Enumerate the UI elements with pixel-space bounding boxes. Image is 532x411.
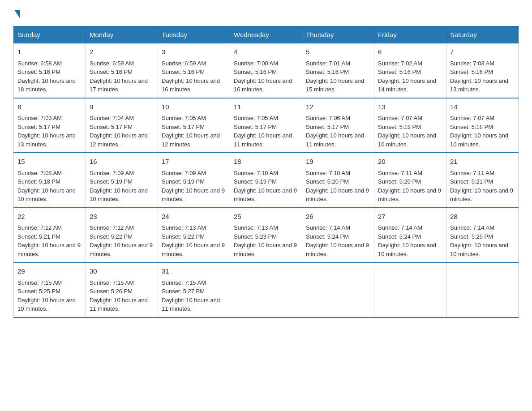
day-info: Sunrise: 7:14 AMSunset: 5:24 PMDaylight:…	[306, 224, 369, 257]
logo	[13, 9, 20, 17]
day-number: 14	[450, 102, 515, 112]
table-row: 25Sunrise: 7:13 AMSunset: 5:23 PMDayligh…	[230, 208, 302, 263]
day-info: Sunrise: 7:13 AMSunset: 5:23 PMDaylight:…	[234, 224, 297, 257]
day-info: Sunrise: 7:10 AMSunset: 5:19 PMDaylight:…	[234, 170, 297, 203]
day-info: Sunrise: 7:05 AMSunset: 5:17 PMDaylight:…	[234, 115, 292, 148]
day-number: 11	[234, 102, 298, 112]
day-info: Sunrise: 7:00 AMSunset: 5:16 PMDaylight:…	[234, 60, 292, 93]
day-info: Sunrise: 7:08 AMSunset: 5:18 PMDaylight:…	[17, 170, 76, 203]
table-row: 12Sunrise: 7:06 AMSunset: 5:17 PMDayligh…	[302, 98, 374, 153]
day-number: 28	[450, 212, 515, 222]
table-row: 9Sunrise: 7:04 AMSunset: 5:17 PMDaylight…	[86, 98, 158, 153]
day-number: 6	[378, 47, 442, 57]
calendar-week-row: 1Sunrise: 6:58 AMSunset: 5:16 PMDaylight…	[14, 43, 519, 98]
day-info: Sunrise: 7:14 AMSunset: 5:25 PMDaylight:…	[450, 224, 508, 257]
day-number: 18	[234, 157, 298, 167]
day-info: Sunrise: 7:07 AMSunset: 5:18 PMDaylight:…	[378, 115, 436, 148]
day-info: Sunrise: 6:59 AMSunset: 5:16 PMDaylight:…	[162, 60, 220, 93]
table-row: 27Sunrise: 7:14 AMSunset: 5:24 PMDayligh…	[374, 208, 446, 263]
day-info: Sunrise: 7:12 AMSunset: 5:22 PMDaylight:…	[90, 224, 153, 257]
table-row: 13Sunrise: 7:07 AMSunset: 5:18 PMDayligh…	[374, 98, 446, 153]
day-info: Sunrise: 7:03 AMSunset: 5:17 PMDaylight:…	[17, 115, 76, 148]
page-header	[13, 9, 519, 17]
col-header-wednesday: Wednesday	[230, 26, 302, 43]
day-info: Sunrise: 7:09 AMSunset: 5:19 PMDaylight:…	[162, 170, 225, 203]
table-row: 21Sunrise: 7:11 AMSunset: 5:21 PMDayligh…	[446, 153, 519, 208]
calendar-week-row: 22Sunrise: 7:12 AMSunset: 5:21 PMDayligh…	[14, 208, 519, 263]
day-info: Sunrise: 6:58 AMSunset: 5:16 PMDaylight:…	[17, 60, 76, 93]
day-info: Sunrise: 7:11 AMSunset: 5:20 PMDaylight:…	[378, 170, 441, 203]
day-info: Sunrise: 7:03 AMSunset: 5:16 PMDaylight:…	[450, 60, 508, 93]
table-row: 30Sunrise: 7:15 AMSunset: 5:26 PMDayligh…	[86, 262, 158, 317]
col-header-saturday: Saturday	[446, 26, 519, 43]
day-number: 15	[17, 157, 82, 167]
day-number: 1	[17, 47, 82, 57]
table-row: 31Sunrise: 7:15 AMSunset: 5:27 PMDayligh…	[158, 262, 230, 317]
table-row: 28Sunrise: 7:14 AMSunset: 5:25 PMDayligh…	[446, 208, 519, 263]
day-info: Sunrise: 7:09 AMSunset: 5:19 PMDaylight:…	[90, 170, 148, 203]
day-number: 16	[90, 157, 154, 167]
col-header-thursday: Thursday	[302, 26, 374, 43]
day-info: Sunrise: 7:15 AMSunset: 5:25 PMDaylight:…	[17, 279, 76, 313]
day-info: Sunrise: 7:06 AMSunset: 5:17 PMDaylight:…	[306, 115, 364, 148]
day-number: 20	[378, 157, 442, 167]
day-number: 2	[90, 47, 154, 57]
logo-arrow-icon	[14, 10, 20, 18]
day-info: Sunrise: 7:10 AMSunset: 5:20 PMDaylight:…	[306, 170, 369, 203]
table-row: 2Sunrise: 6:59 AMSunset: 5:16 PMDaylight…	[86, 43, 158, 98]
day-info: Sunrise: 7:14 AMSunset: 5:24 PMDaylight:…	[378, 224, 436, 257]
calendar-week-row: 15Sunrise: 7:08 AMSunset: 5:18 PMDayligh…	[14, 153, 519, 208]
table-row: 22Sunrise: 7:12 AMSunset: 5:21 PMDayligh…	[14, 208, 86, 263]
day-info: Sunrise: 7:07 AMSunset: 5:18 PMDaylight:…	[450, 115, 508, 148]
table-row	[374, 262, 446, 317]
day-number: 8	[17, 102, 82, 112]
calendar-week-row: 8Sunrise: 7:03 AMSunset: 5:17 PMDaylight…	[14, 98, 519, 153]
table-row: 11Sunrise: 7:05 AMSunset: 5:17 PMDayligh…	[230, 98, 302, 153]
day-number: 31	[162, 266, 226, 277]
table-row	[302, 262, 374, 317]
day-number: 24	[162, 212, 226, 222]
day-number: 19	[306, 157, 370, 167]
table-row: 7Sunrise: 7:03 AMSunset: 5:16 PMDaylight…	[446, 43, 519, 98]
calendar-table: Sunday Monday Tuesday Wednesday Thursday…	[13, 26, 519, 318]
table-row: 17Sunrise: 7:09 AMSunset: 5:19 PMDayligh…	[158, 153, 230, 208]
day-number: 30	[90, 266, 154, 277]
table-row: 26Sunrise: 7:14 AMSunset: 5:24 PMDayligh…	[302, 208, 374, 263]
table-row: 29Sunrise: 7:15 AMSunset: 5:25 PMDayligh…	[14, 262, 86, 317]
day-info: Sunrise: 7:12 AMSunset: 5:21 PMDaylight:…	[17, 224, 81, 257]
day-number: 27	[378, 212, 442, 222]
day-number: 29	[17, 266, 82, 277]
table-row: 19Sunrise: 7:10 AMSunset: 5:20 PMDayligh…	[302, 153, 374, 208]
table-row: 3Sunrise: 6:59 AMSunset: 5:16 PMDaylight…	[158, 43, 230, 98]
day-number: 17	[162, 157, 226, 167]
day-number: 7	[450, 47, 515, 57]
day-info: Sunrise: 7:13 AMSunset: 5:22 PMDaylight:…	[162, 224, 225, 257]
day-info: Sunrise: 7:15 AMSunset: 5:26 PMDaylight:…	[90, 279, 148, 313]
table-row: 23Sunrise: 7:12 AMSunset: 5:22 PMDayligh…	[86, 208, 158, 263]
col-header-friday: Friday	[374, 26, 446, 43]
day-number: 12	[306, 102, 370, 112]
table-row: 24Sunrise: 7:13 AMSunset: 5:22 PMDayligh…	[158, 208, 230, 263]
table-row: 18Sunrise: 7:10 AMSunset: 5:19 PMDayligh…	[230, 153, 302, 208]
day-number: 26	[306, 212, 370, 222]
col-header-monday: Monday	[86, 26, 158, 43]
table-row: 14Sunrise: 7:07 AMSunset: 5:18 PMDayligh…	[446, 98, 519, 153]
calendar-week-row: 29Sunrise: 7:15 AMSunset: 5:25 PMDayligh…	[14, 262, 519, 317]
table-row	[446, 262, 519, 317]
table-row: 8Sunrise: 7:03 AMSunset: 5:17 PMDaylight…	[14, 98, 86, 153]
day-number: 9	[90, 102, 154, 112]
day-info: Sunrise: 6:59 AMSunset: 5:16 PMDaylight:…	[90, 60, 148, 93]
day-number: 5	[306, 47, 370, 57]
day-info: Sunrise: 7:01 AMSunset: 5:16 PMDaylight:…	[306, 60, 364, 93]
table-row: 6Sunrise: 7:02 AMSunset: 5:16 PMDaylight…	[374, 43, 446, 98]
day-number: 10	[162, 102, 226, 112]
day-info: Sunrise: 7:11 AMSunset: 5:21 PMDaylight:…	[450, 170, 513, 203]
table-row: 1Sunrise: 6:58 AMSunset: 5:16 PMDaylight…	[14, 43, 86, 98]
table-row: 4Sunrise: 7:00 AMSunset: 5:16 PMDaylight…	[230, 43, 302, 98]
table-row	[230, 262, 302, 317]
table-row: 10Sunrise: 7:05 AMSunset: 5:17 PMDayligh…	[158, 98, 230, 153]
day-number: 4	[234, 47, 298, 57]
day-number: 13	[378, 102, 442, 112]
day-number: 22	[17, 212, 82, 222]
calendar-header-row: Sunday Monday Tuesday Wednesday Thursday…	[14, 26, 519, 43]
